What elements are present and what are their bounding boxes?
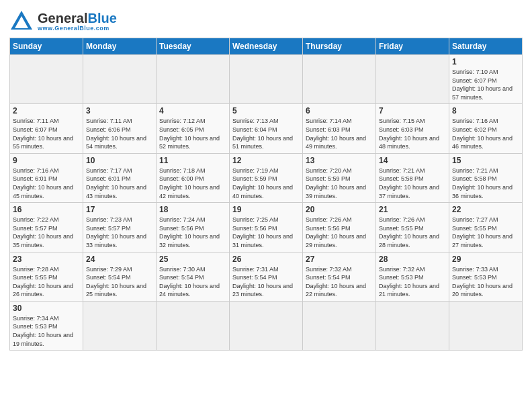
- day-number: 21: [379, 205, 446, 214]
- day-number: 29: [452, 255, 519, 264]
- day-info: Sunrise: 7:30 AM Sunset: 5:54 PM Dayligh…: [159, 265, 226, 299]
- weekday-header: Thursday: [303, 38, 376, 55]
- day-info: Sunrise: 7:29 AM Sunset: 5:54 PM Dayligh…: [86, 265, 153, 299]
- calendar-cell: 7Sunrise: 7:15 AM Sunset: 6:03 PM Daylig…: [376, 104, 449, 153]
- weekday-header: Friday: [376, 38, 449, 55]
- day-info: Sunrise: 7:26 AM Sunset: 5:56 PM Dayligh…: [306, 216, 373, 249]
- calendar-cell: 4Sunrise: 7:12 AM Sunset: 6:05 PM Daylig…: [157, 104, 230, 153]
- calendar-cell: [10, 55, 83, 104]
- day-info: Sunrise: 7:13 AM Sunset: 6:04 PM Dayligh…: [232, 117, 300, 150]
- day-number: 16: [13, 205, 80, 214]
- day-info: Sunrise: 7:12 AM Sunset: 6:05 PM Dayligh…: [159, 117, 226, 150]
- calendar-cell: 1Sunrise: 7:10 AM Sunset: 6:07 PM Daylig…: [449, 55, 523, 104]
- day-number: 30: [13, 304, 80, 313]
- day-number: 11: [159, 156, 226, 165]
- day-info: Sunrise: 7:15 AM Sunset: 6:03 PM Dayligh…: [379, 117, 446, 150]
- day-number: 15: [452, 156, 519, 165]
- calendar-cell: 15Sunrise: 7:21 AM Sunset: 5:58 PM Dayli…: [449, 153, 523, 202]
- calendar-cell: 18Sunrise: 7:24 AM Sunset: 5:56 PM Dayli…: [157, 203, 230, 252]
- day-number: 6: [306, 106, 373, 116]
- weekday-header: Saturday: [449, 38, 523, 55]
- logo: GeneralBlue www.GeneralBlue.com: [9, 9, 117, 34]
- day-info: Sunrise: 7:34 AM Sunset: 5:53 PM Dayligh…: [13, 314, 80, 348]
- day-info: Sunrise: 7:31 AM Sunset: 5:54 PM Dayligh…: [232, 265, 300, 299]
- day-info: Sunrise: 7:11 AM Sunset: 6:06 PM Dayligh…: [86, 117, 153, 150]
- day-info: Sunrise: 7:33 AM Sunset: 5:53 PM Dayligh…: [452, 265, 519, 299]
- calendar-cell: 20Sunrise: 7:26 AM Sunset: 5:56 PM Dayli…: [303, 203, 376, 252]
- day-number: 9: [13, 156, 80, 165]
- day-info: Sunrise: 7:27 AM Sunset: 5:55 PM Dayligh…: [452, 216, 519, 249]
- day-number: 20: [306, 205, 373, 214]
- day-info: Sunrise: 7:20 AM Sunset: 5:59 PM Dayligh…: [306, 167, 373, 200]
- day-info: Sunrise: 7:11 AM Sunset: 6:07 PM Dayligh…: [13, 117, 80, 150]
- day-number: 25: [159, 255, 226, 264]
- day-info: Sunrise: 7:10 AM Sunset: 6:07 PM Dayligh…: [452, 68, 519, 101]
- weekday-header: Sunday: [10, 38, 83, 55]
- calendar-cell: [230, 301, 303, 350]
- calendar-cell: 19Sunrise: 7:25 AM Sunset: 5:56 PM Dayli…: [230, 203, 303, 252]
- calendar-cell: 29Sunrise: 7:33 AM Sunset: 5:53 PM Dayli…: [449, 252, 523, 301]
- header: GeneralBlue www.GeneralBlue.com: [9, 7, 523, 34]
- day-number: 8: [452, 106, 519, 116]
- calendar-cell: 23Sunrise: 7:28 AM Sunset: 5:55 PM Dayli…: [10, 252, 83, 301]
- day-info: Sunrise: 7:21 AM Sunset: 5:58 PM Dayligh…: [452, 167, 519, 200]
- day-number: 23: [13, 255, 80, 264]
- calendar-cell: 30Sunrise: 7:34 AM Sunset: 5:53 PM Dayli…: [10, 301, 83, 350]
- calendar-cell: 13Sunrise: 7:20 AM Sunset: 5:59 PM Dayli…: [303, 153, 376, 202]
- weekday-header: Tuesday: [157, 38, 230, 55]
- calendar-cell: [449, 301, 523, 350]
- calendar-cell: 3Sunrise: 7:11 AM Sunset: 6:06 PM Daylig…: [83, 104, 157, 153]
- calendar-cell: 2Sunrise: 7:11 AM Sunset: 6:07 PM Daylig…: [10, 104, 83, 153]
- day-number: 22: [452, 205, 519, 214]
- calendar-cell: [157, 55, 230, 104]
- weekday-header: Wednesday: [230, 38, 303, 55]
- calendar-cell: [230, 55, 303, 104]
- weekday-header: Monday: [83, 38, 157, 55]
- page: GeneralBlue www.GeneralBlue.com SundayMo…: [0, 0, 532, 411]
- day-number: 4: [159, 106, 226, 116]
- day-info: Sunrise: 7:16 AM Sunset: 6:01 PM Dayligh…: [13, 167, 80, 200]
- day-info: Sunrise: 7:14 AM Sunset: 6:03 PM Dayligh…: [306, 117, 373, 150]
- day-info: Sunrise: 7:25 AM Sunset: 5:56 PM Dayligh…: [232, 216, 300, 249]
- day-number: 13: [306, 156, 373, 165]
- day-number: 10: [86, 156, 153, 165]
- day-info: Sunrise: 7:26 AM Sunset: 5:55 PM Dayligh…: [379, 216, 446, 249]
- day-info: Sunrise: 7:23 AM Sunset: 5:57 PM Dayligh…: [86, 216, 153, 249]
- calendar-cell: [83, 55, 157, 104]
- day-number: 19: [232, 205, 300, 214]
- day-number: 26: [232, 255, 300, 264]
- day-number: 28: [379, 255, 446, 264]
- day-number: 12: [232, 156, 300, 165]
- day-number: 14: [379, 156, 446, 165]
- day-info: Sunrise: 7:17 AM Sunset: 6:01 PM Dayligh…: [86, 167, 153, 200]
- calendar-cell: [83, 301, 157, 350]
- calendar-cell: 26Sunrise: 7:31 AM Sunset: 5:54 PM Dayli…: [230, 252, 303, 301]
- day-info: Sunrise: 7:32 AM Sunset: 5:53 PM Dayligh…: [379, 265, 446, 299]
- calendar-cell: 12Sunrise: 7:19 AM Sunset: 5:59 PM Dayli…: [230, 153, 303, 202]
- calendar-cell: 11Sunrise: 7:18 AM Sunset: 6:00 PM Dayli…: [157, 153, 230, 202]
- day-number: 7: [379, 106, 446, 116]
- day-number: 24: [86, 255, 153, 264]
- day-info: Sunrise: 7:16 AM Sunset: 6:02 PM Dayligh…: [452, 117, 519, 150]
- calendar-cell: 6Sunrise: 7:14 AM Sunset: 6:03 PM Daylig…: [303, 104, 376, 153]
- day-info: Sunrise: 7:28 AM Sunset: 5:55 PM Dayligh…: [13, 265, 80, 299]
- day-info: Sunrise: 7:32 AM Sunset: 5:54 PM Dayligh…: [306, 265, 373, 299]
- day-number: 18: [159, 205, 226, 214]
- calendar-cell: 16Sunrise: 7:22 AM Sunset: 5:57 PM Dayli…: [10, 203, 83, 252]
- day-number: 5: [232, 106, 300, 116]
- calendar-cell: 14Sunrise: 7:21 AM Sunset: 5:58 PM Dayli…: [376, 153, 449, 202]
- calendar-cell: 28Sunrise: 7:32 AM Sunset: 5:53 PM Dayli…: [376, 252, 449, 301]
- calendar-cell: 8Sunrise: 7:16 AM Sunset: 6:02 PM Daylig…: [449, 104, 523, 153]
- day-number: 1: [452, 57, 519, 66]
- calendar-cell: 17Sunrise: 7:23 AM Sunset: 5:57 PM Dayli…: [83, 203, 157, 252]
- calendar-cell: 25Sunrise: 7:30 AM Sunset: 5:54 PM Dayli…: [157, 252, 230, 301]
- day-info: Sunrise: 7:21 AM Sunset: 5:58 PM Dayligh…: [379, 167, 446, 200]
- day-number: 2: [13, 106, 80, 116]
- day-info: Sunrise: 7:22 AM Sunset: 5:57 PM Dayligh…: [13, 216, 80, 249]
- day-number: 17: [86, 205, 153, 214]
- calendar-cell: [303, 55, 376, 104]
- day-info: Sunrise: 7:24 AM Sunset: 5:56 PM Dayligh…: [159, 216, 226, 249]
- day-number: 27: [306, 255, 373, 264]
- calendar-cell: [376, 301, 449, 350]
- calendar-cell: 27Sunrise: 7:32 AM Sunset: 5:54 PM Dayli…: [303, 252, 376, 301]
